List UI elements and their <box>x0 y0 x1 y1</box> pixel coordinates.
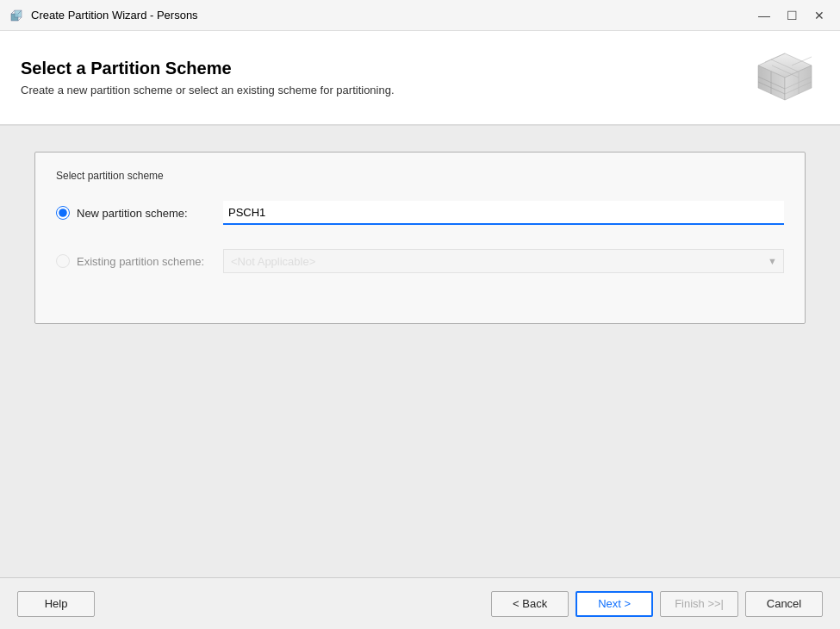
maximize-button[interactable]: ☐ <box>780 6 804 25</box>
header-icon <box>750 47 819 108</box>
new-partition-input[interactable] <box>223 201 784 225</box>
next-button[interactable]: Next > <box>576 591 653 617</box>
main-content: Select partition scheme New partition sc… <box>0 126 840 577</box>
svg-line-4 <box>18 17 22 21</box>
existing-partition-select[interactable]: <Not Applicable> <box>223 249 784 273</box>
existing-partition-row: Existing partition scheme: <Not Applicab… <box>56 249 784 273</box>
footer-right: < Back Next > Finish >>| Cancel <box>491 591 823 617</box>
existing-partition-select-wrapper: <Not Applicable> ▼ <box>223 249 784 273</box>
header-section: Select a Partition Scheme Create a new p… <box>0 31 840 126</box>
footer: Help < Back Next > Finish >>| Cancel <box>0 577 840 629</box>
app-icon <box>9 8 24 23</box>
title-bar-text: Create Partition Wizard - Persons <box>31 9 752 22</box>
footer-left: Help <box>17 591 95 617</box>
finish-button[interactable]: Finish >>| <box>660 591 738 617</box>
title-bar-controls: — ☐ ✕ <box>752 6 831 25</box>
title-bar: Create Partition Wizard - Persons — ☐ ✕ <box>0 0 840 31</box>
header-text: Select a Partition Scheme Create a new p… <box>21 59 395 97</box>
new-partition-radio[interactable] <box>56 206 70 220</box>
panel-title: Select partition scheme <box>56 170 784 182</box>
panel-box: Select partition scheme New partition sc… <box>34 152 806 324</box>
svg-line-2 <box>11 10 15 14</box>
existing-partition-label: Existing partition scheme: <box>77 255 223 268</box>
help-button[interactable]: Help <box>17 591 95 617</box>
cancel-button[interactable]: Cancel <box>745 591 823 617</box>
close-button[interactable]: ✕ <box>807 6 831 25</box>
page-subtitle: Create a new partition scheme or select … <box>21 84 395 97</box>
page-title: Select a Partition Scheme <box>21 59 395 78</box>
existing-partition-radio[interactable] <box>56 254 70 268</box>
new-partition-row: New partition scheme: <box>56 201 784 225</box>
new-partition-label: New partition scheme: <box>77 207 223 220</box>
minimize-button[interactable]: — <box>752 6 776 25</box>
back-button[interactable]: < Back <box>491 591 569 617</box>
